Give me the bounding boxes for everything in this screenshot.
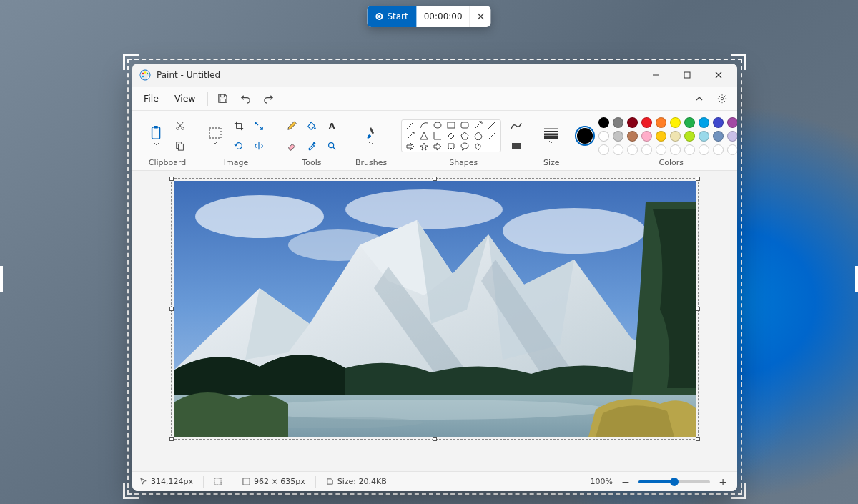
- flip-button[interactable]: [250, 137, 268, 155]
- custom-color-slot[interactable]: [613, 144, 623, 155]
- color2-swatch[interactable]: [577, 128, 593, 144]
- ribbon-group-shapes: Shapes: [395, 114, 531, 170]
- menu-file[interactable]: File: [137, 90, 166, 107]
- color-swatch[interactable]: [627, 131, 638, 142]
- capture-edge-right[interactable]: [855, 266, 858, 292]
- menu-view[interactable]: View: [167, 90, 203, 107]
- color-swatch[interactable]: [641, 131, 652, 142]
- zoom-out-button[interactable]: −: [618, 475, 633, 489]
- text-tool[interactable]: A: [322, 117, 341, 135]
- custom-color-slot[interactable]: [699, 144, 709, 155]
- cursor-position: 314,124px: [139, 477, 193, 486]
- color-swatch[interactable]: [598, 117, 609, 128]
- chevron-down-icon: [154, 142, 159, 146]
- ribbon-group-tools: A Tools: [277, 114, 347, 170]
- copy-button[interactable]: [171, 137, 189, 155]
- svg-point-12: [182, 127, 184, 129]
- zoom-in-button[interactable]: +: [716, 475, 730, 489]
- record-timer: 00:00:00: [417, 11, 470, 21]
- window-maximize-button[interactable]: [671, 64, 703, 87]
- settings-button[interactable]: [711, 89, 733, 109]
- selection-handle[interactable]: [696, 307, 700, 311]
- fill-tool[interactable]: [302, 117, 321, 135]
- selection-handle[interactable]: [169, 307, 174, 311]
- save-button[interactable]: [212, 89, 234, 109]
- record-close-button[interactable]: [470, 6, 491, 27]
- eraser-tool[interactable]: [282, 137, 301, 155]
- cursor-icon: [139, 478, 147, 485]
- canvas-selection[interactable]: [174, 181, 696, 437]
- window-title: Paint - Untitled: [157, 70, 220, 80]
- custom-color-slot[interactable]: [727, 144, 737, 155]
- resize-button[interactable]: [250, 117, 268, 135]
- color-swatch[interactable]: [727, 131, 737, 142]
- color-swatch[interactable]: [727, 117, 737, 128]
- zoom-slider[interactable]: [638, 480, 710, 483]
- crop-button[interactable]: [230, 117, 248, 135]
- record-icon: [375, 13, 383, 20]
- svg-rect-10: [154, 126, 158, 129]
- selection-handle[interactable]: [169, 177, 174, 181]
- magnifier-tool[interactable]: [322, 137, 341, 155]
- color-swatch[interactable]: [684, 117, 695, 128]
- custom-color-slot[interactable]: [656, 144, 666, 155]
- menubar: File View: [132, 87, 737, 111]
- group-label-shapes: Shapes: [449, 156, 478, 170]
- custom-color-slot[interactable]: [627, 144, 638, 155]
- color-swatch[interactable]: [670, 117, 681, 128]
- color-swatch[interactable]: [598, 131, 609, 142]
- ribbon-collapse-button[interactable]: [689, 89, 710, 109]
- record-start-button[interactable]: Start: [367, 6, 416, 27]
- custom-color-slot[interactable]: [641, 144, 652, 155]
- svg-rect-15: [209, 128, 221, 138]
- custom-color-slot[interactable]: [598, 144, 609, 155]
- brushes-button[interactable]: [360, 120, 383, 152]
- ribbon-group-size: Size: [534, 114, 568, 170]
- color-picker-tool[interactable]: [302, 137, 321, 155]
- shape-outline-button[interactable]: [507, 117, 526, 135]
- canvas-area[interactable]: [132, 171, 737, 471]
- color-swatch[interactable]: [627, 117, 638, 128]
- selection-handle[interactable]: [433, 437, 437, 441]
- color-swatch[interactable]: [656, 131, 666, 142]
- color-swatch[interactable]: [699, 131, 709, 142]
- size-button[interactable]: [540, 120, 563, 152]
- color-palette: [598, 116, 737, 155]
- canvas-dimensions: 962 × 635px: [242, 477, 305, 486]
- custom-color-slot[interactable]: [713, 144, 724, 155]
- capture-edge-left[interactable]: [0, 266, 3, 292]
- selection-handle[interactable]: [696, 177, 700, 181]
- svg-point-4: [142, 76, 144, 77]
- selection-handle[interactable]: [696, 437, 700, 441]
- shape-fill-button[interactable]: [507, 137, 526, 155]
- custom-color-slot[interactable]: [670, 144, 681, 155]
- color-swatch[interactable]: [699, 117, 709, 128]
- custom-color-slot[interactable]: [684, 144, 695, 155]
- color-swatch[interactable]: [670, 131, 681, 142]
- undo-button[interactable]: [235, 89, 257, 109]
- menu-separator: [207, 92, 208, 106]
- select-button[interactable]: [204, 120, 227, 152]
- selection-handle[interactable]: [169, 437, 174, 441]
- color-swatch[interactable]: [613, 117, 623, 128]
- window-minimize-button[interactable]: [640, 64, 671, 87]
- pencil-tool[interactable]: [282, 117, 301, 135]
- svg-rect-34: [243, 478, 250, 485]
- shapes-gallery[interactable]: [401, 119, 501, 152]
- color-swatch[interactable]: [713, 117, 724, 128]
- color-swatch[interactable]: [684, 131, 695, 142]
- color-swatch[interactable]: [613, 131, 623, 142]
- selection-handle[interactable]: [433, 177, 437, 181]
- redo-button[interactable]: [258, 89, 280, 109]
- cut-button[interactable]: [171, 117, 189, 135]
- rotate-button[interactable]: [230, 137, 248, 155]
- color-swatch[interactable]: [641, 117, 652, 128]
- window-close-button[interactable]: [703, 64, 734, 87]
- group-label-image: Image: [224, 156, 248, 170]
- color-swatch[interactable]: [713, 131, 724, 142]
- color-swatch[interactable]: [656, 117, 666, 128]
- group-label-colors: Colors: [659, 156, 684, 170]
- svg-point-11: [177, 127, 179, 129]
- paste-button[interactable]: [145, 120, 168, 152]
- titlebar[interactable]: Paint - Untitled: [132, 64, 737, 87]
